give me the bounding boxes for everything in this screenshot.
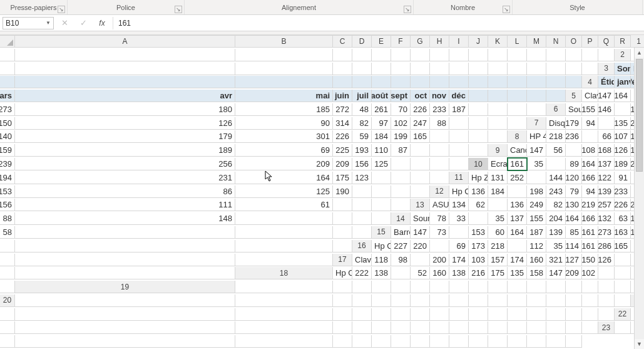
cell-value[interactable]: 146 [598, 103, 615, 116]
cell-value[interactable] [430, 240, 449, 253]
cell-value[interactable]: 70 [391, 103, 411, 116]
pivot-month-header[interactable]: mars [0, 90, 15, 102]
cell-value[interactable]: 60 [488, 226, 508, 239]
cell[interactable] [615, 321, 631, 334]
cell[interactable] [449, 117, 469, 130]
cell[interactable] [469, 117, 488, 130]
cell-value[interactable] [582, 130, 598, 143]
cell-value[interactable] [615, 103, 631, 116]
cell[interactable] [15, 76, 235, 88]
cell[interactable] [391, 172, 411, 184]
cell[interactable] [527, 76, 546, 88]
cell[interactable] [15, 49, 235, 61]
cell[interactable] [411, 172, 430, 184]
cell-value[interactable]: 209 [235, 158, 333, 170]
pivot-month-header[interactable]: oct [411, 90, 430, 102]
cell[interactable] [488, 49, 508, 61]
cell[interactable] [391, 49, 411, 61]
cell[interactable] [372, 49, 391, 61]
cell[interactable] [0, 267, 15, 279]
cell[interactable] [582, 321, 598, 334]
cell-value[interactable] [411, 254, 430, 266]
column-header[interactable]: M [527, 35, 546, 48]
cell[interactable] [582, 294, 598, 307]
scroll-thumb[interactable] [636, 59, 643, 172]
column-header[interactable]: C [333, 35, 352, 48]
cell-value[interactable]: 180 [15, 103, 235, 116]
row-header[interactable]: 18 [235, 267, 333, 279]
cell[interactable] [15, 226, 235, 239]
cell[interactable] [411, 321, 430, 334]
pivot-row-item[interactable]: Souris HP filaire de voyage - USB (G1K28… [411, 212, 430, 225]
cell[interactable] [391, 63, 411, 75]
cell[interactable] [508, 76, 527, 88]
pivot-row-item[interactable]: Hp Core i7 4770 16Go 512 Ssd Gtx 1050 Ti… [333, 267, 352, 279]
cell-value[interactable]: 160 [430, 267, 449, 279]
cell[interactable] [391, 158, 411, 170]
cell[interactable] [566, 308, 582, 321]
cell[interactable] [469, 308, 488, 321]
row-header[interactable]: 20 [0, 294, 15, 307]
pivot-row-item[interactable]: Hp Core i7 4 éme Générattion 3.40 Ghz 4 … [449, 185, 469, 198]
cell-value[interactable]: 174 [508, 254, 527, 266]
pivot-month-header[interactable]: août [372, 90, 391, 102]
pivot-row-item[interactable]: Barrettes mémoire 1Go [391, 226, 411, 239]
cell[interactable] [508, 321, 527, 334]
cell-value[interactable]: 161 [582, 240, 598, 253]
cell[interactable] [508, 281, 527, 293]
cell[interactable] [391, 281, 411, 293]
cell-value[interactable]: 88 [0, 212, 15, 225]
cell[interactable] [449, 335, 469, 348]
cell-value[interactable]: 136 [508, 199, 527, 211]
cell-value[interactable] [508, 240, 527, 253]
cell-value[interactable]: 58 [0, 226, 15, 239]
cell[interactable] [352, 321, 372, 334]
cell[interactable] [527, 294, 546, 307]
cell-value[interactable]: 110 [372, 144, 391, 157]
cell-value[interactable]: 144 [546, 172, 566, 184]
cell[interactable] [546, 281, 566, 293]
cell-value[interactable]: 164 [582, 158, 598, 170]
cell-value[interactable]: 153 [469, 226, 488, 239]
cell-value[interactable]: 82 [546, 199, 566, 211]
cell[interactable] [546, 294, 566, 307]
cell-value[interactable]: 126 [15, 117, 235, 130]
cell-value[interactable]: 175 [488, 267, 508, 279]
cell[interactable] [333, 212, 352, 225]
cell[interactable] [15, 335, 235, 348]
cell-value[interactable]: 198 [527, 185, 546, 198]
pivot-month-header[interactable]: janv [615, 76, 631, 88]
cell-value[interactable]: 226 [333, 130, 352, 143]
cell[interactable] [411, 144, 430, 157]
cell[interactable] [469, 103, 488, 116]
cell[interactable] [488, 103, 508, 116]
cell-value[interactable]: 150 [582, 254, 598, 266]
column-header[interactable]: D [352, 35, 372, 48]
cell[interactable] [0, 281, 15, 293]
cell[interactable] [0, 335, 15, 348]
column-header[interactable]: E [372, 35, 391, 48]
cell-value[interactable]: 187 [449, 103, 469, 116]
insert-function-button[interactable]: fx [94, 17, 110, 29]
cell[interactable] [488, 281, 508, 293]
cell-value[interactable]: 153 [0, 185, 15, 198]
cell-value[interactable]: 173 [469, 240, 488, 253]
cell[interactable] [469, 90, 488, 102]
cell[interactable] [566, 321, 582, 334]
cell-value[interactable]: 321 [546, 254, 566, 266]
cell[interactable] [527, 103, 546, 116]
cell-value[interactable]: 135 [508, 267, 527, 279]
cell-value[interactable]: 88 [430, 117, 449, 130]
cell-value[interactable] [488, 199, 508, 211]
cell[interactable] [391, 185, 411, 198]
cell[interactable] [411, 158, 430, 170]
cell[interactable] [488, 63, 508, 75]
cell-value[interactable]: 194 [0, 172, 15, 184]
column-header[interactable]: J [469, 35, 488, 48]
cell[interactable] [527, 281, 546, 293]
cell-value[interactable]: 199 [391, 130, 411, 143]
cell-value[interactable]: 69 [235, 144, 333, 157]
cell[interactable] [598, 267, 615, 279]
cell[interactable] [615, 281, 631, 293]
formula-cancel-button[interactable]: ✕ [56, 17, 73, 29]
